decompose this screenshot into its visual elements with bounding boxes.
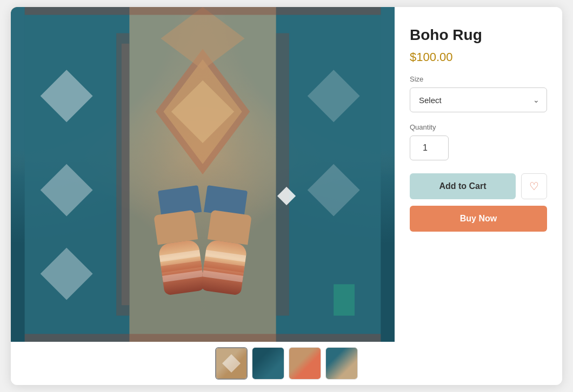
add-to-cart-button[interactable]: Add to Cart (410, 173, 516, 199)
svg-marker-6 (161, 7, 245, 70)
product-card: Boho Rug $100.00 Size Select 2x3 4x6 5x8… (11, 7, 562, 385)
svg-marker-10 (308, 70, 360, 122)
svg-rect-17 (25, 334, 381, 342)
slipper-foot-left (154, 210, 198, 245)
svg-rect-0 (25, 7, 130, 342)
svg-marker-4 (163, 59, 242, 164)
product-title: Boho Rug (410, 26, 547, 44)
svg-rect-14 (122, 44, 130, 305)
thumb-img-3 (289, 348, 321, 379)
stripe (159, 250, 201, 262)
size-select[interactable]: Select 2x3 4x6 5x8 8x10 (410, 87, 547, 112)
quantity-input[interactable] (410, 136, 449, 160)
svg-rect-1 (276, 7, 381, 342)
product-price: $100.00 (410, 50, 547, 64)
quantity-label: Quantity (410, 123, 547, 131)
rug-background (11, 7, 395, 342)
heart-icon: ♡ (529, 180, 539, 193)
size-label: Size (410, 75, 547, 83)
thumb-diamond-1 (222, 354, 241, 373)
stripe (162, 270, 203, 282)
thumb-img-2 (252, 348, 284, 379)
svg-marker-5 (171, 80, 234, 143)
svg-rect-15 (276, 33, 289, 315)
slipper-left (154, 210, 206, 301)
svg-marker-9 (41, 248, 93, 300)
thumbnails-row (11, 342, 562, 385)
size-select-wrapper: Select 2x3 4x6 5x8 8x10 ⌄ (410, 87, 547, 112)
slipper-body-left (158, 239, 205, 296)
slipper-right (199, 210, 252, 301)
product-image-area (11, 7, 395, 342)
thumb-img-1 (216, 348, 246, 379)
svg-marker-7 (41, 70, 93, 122)
thumbnail-3[interactable] (289, 347, 321, 380)
thumb-img-4 (326, 348, 357, 379)
stripe (202, 270, 243, 282)
product-panel: Boho Rug $100.00 Size Select 2x3 4x6 5x8… (395, 7, 562, 342)
stripe (205, 250, 246, 262)
thumbnail-1[interactable] (215, 347, 248, 380)
buy-now-button[interactable]: Buy Now (410, 206, 547, 232)
main-area: Boho Rug $100.00 Size Select 2x3 4x6 5x8… (11, 7, 562, 342)
svg-rect-13 (116, 33, 129, 315)
svg-rect-12 (334, 284, 355, 315)
svg-marker-8 (41, 164, 93, 217)
svg-marker-3 (156, 49, 250, 175)
thumbnail-2[interactable] (252, 347, 284, 380)
slipper-body-right (201, 239, 248, 296)
thumbnail-4[interactable] (325, 347, 358, 380)
svg-marker-11 (308, 164, 360, 217)
svg-rect-16 (25, 7, 381, 15)
slipper-foot-right (208, 210, 252, 245)
rug-person (149, 180, 257, 299)
wishlist-button[interactable]: ♡ (521, 173, 547, 199)
action-row: Add to Cart ♡ (410, 173, 547, 199)
